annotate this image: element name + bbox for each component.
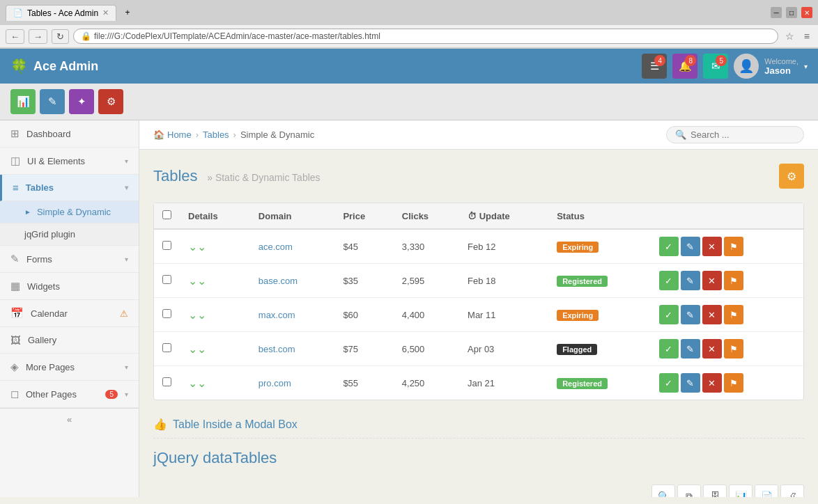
domain-link-4[interactable]: pro.com bbox=[258, 378, 291, 388]
approve-btn-1[interactable]: ✓ bbox=[659, 271, 679, 290]
brand-icon: 🍀 bbox=[10, 58, 28, 74]
ui-icon: ◫ bbox=[10, 155, 20, 167]
action-btns-0: ✓ ✎ ✕ ⚑ bbox=[659, 237, 795, 256]
edit-btn-4[interactable]: ✎ bbox=[681, 373, 700, 393]
detail-expand-icon-4[interactable]: ⌄⌄ bbox=[188, 377, 206, 389]
user-menu[interactable]: 👤 Welcome, Jason ▾ bbox=[734, 54, 808, 79]
breadcrumb-tables[interactable]: Tables bbox=[203, 129, 229, 140]
detail-expand-icon-2[interactable]: ⌄⌄ bbox=[188, 309, 206, 321]
sidebar-item-widgets[interactable]: ▦ Widgets bbox=[0, 273, 139, 300]
edit-btn-2[interactable]: ✎ bbox=[681, 305, 700, 324]
sidebar-item-calendar[interactable]: 📅 Calendar ⚠ bbox=[0, 300, 139, 327]
nav-menu-btn[interactable]: ☰ 4 bbox=[642, 54, 667, 79]
search-input[interactable] bbox=[690, 129, 795, 140]
qa-edit-btn[interactable]: ✎ bbox=[40, 89, 65, 114]
domain-link-2[interactable]: max.com bbox=[258, 310, 295, 320]
table-row: ⌄⌄ base.com $35 2,595 Feb 18 Registered … bbox=[154, 264, 803, 298]
page-gear-btn[interactable]: ⚙ bbox=[779, 164, 804, 189]
refresh-btn[interactable]: ↻ bbox=[52, 29, 69, 44]
col-status: Status bbox=[548, 203, 651, 229]
nav-bell-btn[interactable]: 🔔 8 bbox=[672, 54, 697, 79]
gallery-icon: 🖼 bbox=[10, 334, 21, 346]
row-checkbox-2[interactable] bbox=[162, 309, 171, 318]
detail-expand-icon-1[interactable]: ⌄⌄ bbox=[188, 275, 206, 287]
flag-btn-3[interactable]: ⚑ bbox=[724, 339, 743, 359]
price-cell-1: $35 bbox=[334, 264, 393, 298]
edit-btn-0[interactable]: ✎ bbox=[681, 237, 700, 256]
datatables-db-btn[interactable]: 🗄 bbox=[703, 485, 727, 497]
approve-btn-3[interactable]: ✓ bbox=[659, 339, 679, 359]
row-checkbox-3[interactable] bbox=[162, 343, 171, 352]
address-text: file:///G:/CodePlex/UITemplate/ACEAdmin/… bbox=[94, 31, 380, 41]
sidebar-collapse-btn[interactable]: « bbox=[0, 408, 139, 430]
datatables-excel-btn[interactable]: 📊 bbox=[729, 485, 753, 497]
sidebar-item-forms[interactable]: ✎ Forms ▾ bbox=[0, 246, 139, 273]
delete-btn-2[interactable]: ✕ bbox=[702, 305, 722, 324]
col-domain: Domain bbox=[250, 203, 335, 229]
sidebar-item-more-pages[interactable]: ◈ More Pages ▾ bbox=[0, 354, 139, 381]
row-checkbox-1[interactable] bbox=[162, 275, 171, 284]
table-row: ⌄⌄ ace.com $45 3,330 Feb 12 Expiring ✓ ✎… bbox=[154, 229, 803, 264]
detail-expand-icon-3[interactable]: ⌄⌄ bbox=[188, 343, 206, 355]
col-clicks: Clicks bbox=[394, 203, 459, 229]
sidebar-item-tables[interactable]: ≡ Tables ▾ bbox=[0, 175, 139, 201]
browser-tab-title: Tables - Ace Admin bbox=[27, 8, 98, 18]
clicks-cell-4: 4,250 bbox=[394, 366, 459, 400]
other-pages-chevron-icon: ▾ bbox=[125, 391, 128, 398]
sidebar-label-more-pages: More Pages bbox=[26, 362, 118, 372]
domain-link-1[interactable]: base.com bbox=[258, 276, 298, 286]
delete-btn-4[interactable]: ✕ bbox=[702, 373, 722, 393]
domain-link-3[interactable]: best.com bbox=[258, 344, 295, 354]
domain-link-0[interactable]: ace.com bbox=[258, 242, 293, 252]
approve-btn-0[interactable]: ✓ bbox=[659, 237, 679, 256]
flag-btn-0[interactable]: ⚑ bbox=[724, 237, 743, 256]
edit-btn-3[interactable]: ✎ bbox=[681, 339, 700, 359]
modal-section-icon: 👍 bbox=[153, 418, 167, 431]
breadcrumb-home[interactable]: 🏠 Home bbox=[153, 129, 192, 140]
menu-btn[interactable]: ≡ bbox=[801, 29, 812, 43]
delete-btn-3[interactable]: ✕ bbox=[702, 339, 722, 359]
chevron-down-icon: ▾ bbox=[125, 184, 128, 191]
dashboard-icon: ⊞ bbox=[10, 127, 20, 140]
sidebar-item-ui-elements[interactable]: ◫ UI & Elements ▾ bbox=[0, 148, 139, 175]
sub-nav-simple-dynamic[interactable]: ► Simple & Dynamic bbox=[0, 201, 139, 223]
forward-btn[interactable]: → bbox=[29, 29, 47, 44]
flag-btn-1[interactable]: ⚑ bbox=[724, 271, 743, 290]
datatables-print-btn[interactable]: 🖨 bbox=[780, 485, 804, 497]
update-cell-4: Jan 21 bbox=[459, 366, 548, 400]
select-all-checkbox[interactable] bbox=[162, 210, 171, 219]
approve-btn-4[interactable]: ✓ bbox=[659, 373, 679, 393]
qa-gear-btn[interactable]: ⚙ bbox=[98, 89, 123, 114]
update-cell-3: Apr 03 bbox=[459, 332, 548, 366]
status-badge-3: Flagged bbox=[557, 344, 597, 355]
sub-nav-jqgrid[interactable]: jqGrid plugin bbox=[0, 223, 139, 246]
table-row: ⌄⌄ max.com $60 4,400 Mar 11 Expiring ✓ ✎… bbox=[154, 298, 803, 332]
flag-btn-2[interactable]: ⚑ bbox=[724, 305, 743, 324]
approve-btn-2[interactable]: ✓ bbox=[659, 305, 679, 324]
detail-expand-icon-0[interactable]: ⌄⌄ bbox=[188, 241, 206, 253]
close-btn[interactable]: ✕ bbox=[801, 7, 812, 18]
minimize-btn[interactable]: ─ bbox=[771, 7, 782, 18]
edit-btn-1[interactable]: ✎ bbox=[681, 271, 700, 290]
maximize-btn[interactable]: □ bbox=[786, 7, 797, 18]
datatables-pdf-btn[interactable]: 📄 bbox=[755, 485, 778, 497]
sidebar-item-dashboard[interactable]: ⊞ Dashboard bbox=[0, 120, 139, 148]
back-btn[interactable]: ← bbox=[6, 29, 24, 44]
nav-mail-btn[interactable]: ✉ 5 bbox=[703, 54, 728, 79]
datatables-copy-btn[interactable]: ⧉ bbox=[677, 485, 701, 497]
qa-chart-btn[interactable]: 📊 bbox=[10, 89, 36, 114]
qa-puzzle-btn[interactable]: ✦ bbox=[69, 89, 94, 114]
search-box[interactable]: 🔍 bbox=[666, 126, 804, 143]
tab-close-btn[interactable]: ✕ bbox=[102, 8, 109, 17]
sidebar-item-other-pages[interactable]: ◻ Other Pages 5 ▾ bbox=[0, 381, 139, 408]
datatables-search-btn[interactable]: 🔍 bbox=[651, 485, 675, 497]
delete-btn-0[interactable]: ✕ bbox=[702, 237, 722, 256]
sidebar-item-gallery[interactable]: 🖼 Gallery bbox=[0, 327, 139, 354]
row-checkbox-0[interactable] bbox=[162, 241, 171, 250]
sidebar-label-forms: Forms bbox=[26, 254, 118, 265]
delete-btn-1[interactable]: ✕ bbox=[702, 271, 722, 290]
calendar-icon: 📅 bbox=[10, 307, 24, 320]
row-checkbox-4[interactable] bbox=[162, 377, 171, 386]
flag-btn-4[interactable]: ⚑ bbox=[724, 373, 743, 393]
star-btn[interactable]: ☆ bbox=[782, 29, 797, 43]
